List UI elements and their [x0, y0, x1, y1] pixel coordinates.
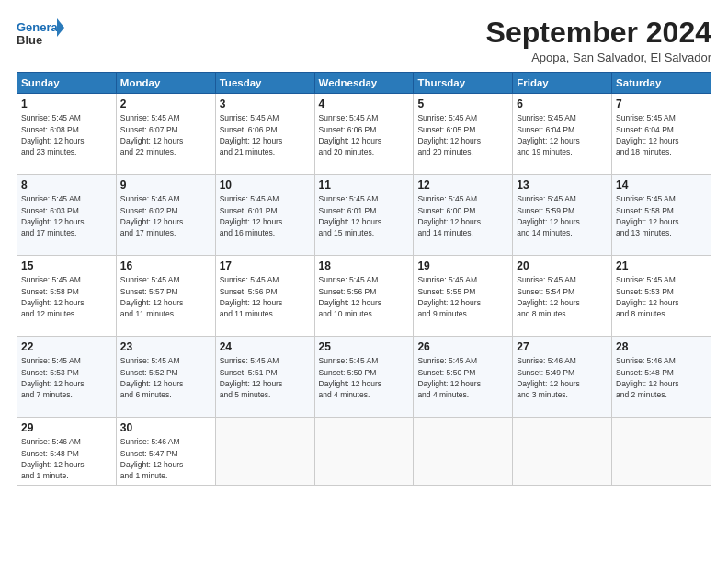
table-row: 23Sunrise: 5:45 AM Sunset: 5:52 PM Dayli… — [116, 337, 215, 418]
col-friday: Friday — [513, 73, 612, 94]
table-row: 9Sunrise: 5:45 AM Sunset: 6:02 PM Daylig… — [116, 175, 215, 256]
day-info: Sunrise: 5:45 AM Sunset: 5:50 PM Dayligh… — [417, 355, 508, 400]
logo-icon: General Blue — [17, 17, 64, 53]
table-row: 8Sunrise: 5:45 AM Sunset: 6:03 PM Daylig… — [17, 175, 117, 256]
day-info: Sunrise: 5:45 AM Sunset: 5:54 PM Dayligh… — [517, 274, 608, 319]
day-info: Sunrise: 5:45 AM Sunset: 5:58 PM Dayligh… — [616, 193, 707, 238]
header-row: Sunday Monday Tuesday Wednesday Thursday… — [17, 73, 711, 94]
day-info: Sunrise: 5:45 AM Sunset: 6:06 PM Dayligh… — [319, 112, 410, 157]
day-info: Sunrise: 5:46 AM Sunset: 5:48 PM Dayligh… — [21, 436, 112, 481]
day-number: 12 — [417, 178, 508, 191]
day-number: 22 — [21, 340, 112, 353]
day-number: 9 — [120, 178, 211, 191]
day-number: 16 — [120, 259, 211, 272]
day-number: 8 — [21, 178, 112, 191]
header: General Blue September 2024 Apopa, San S… — [17, 17, 711, 64]
table-row: 28Sunrise: 5:46 AM Sunset: 5:48 PM Dayli… — [612, 337, 711, 418]
table-row: 24Sunrise: 5:45 AM Sunset: 5:51 PM Dayli… — [215, 337, 314, 418]
day-number: 17 — [220, 259, 311, 272]
table-row: 22Sunrise: 5:45 AM Sunset: 5:53 PM Dayli… — [17, 337, 117, 418]
table-row — [314, 418, 414, 486]
day-info: Sunrise: 5:45 AM Sunset: 6:02 PM Dayligh… — [120, 193, 211, 238]
table-row: 19Sunrise: 5:45 AM Sunset: 5:55 PM Dayli… — [414, 256, 513, 337]
col-monday: Monday — [116, 73, 215, 94]
day-number: 7 — [616, 98, 707, 110]
svg-text:General: General — [17, 20, 61, 34]
day-info: Sunrise: 5:45 AM Sunset: 5:57 PM Dayligh… — [120, 274, 211, 319]
day-info: Sunrise: 5:45 AM Sunset: 5:56 PM Dayligh… — [319, 274, 410, 319]
table-row: 17Sunrise: 5:45 AM Sunset: 5:56 PM Dayli… — [215, 256, 314, 337]
day-info: Sunrise: 5:45 AM Sunset: 6:08 PM Dayligh… — [21, 112, 112, 157]
day-info: Sunrise: 5:45 AM Sunset: 6:04 PM Dayligh… — [616, 112, 707, 157]
day-number: 24 — [220, 340, 311, 353]
day-info: Sunrise: 5:45 AM Sunset: 5:52 PM Dayligh… — [120, 355, 211, 400]
col-sunday: Sunday — [17, 73, 117, 94]
day-info: Sunrise: 5:46 AM Sunset: 5:47 PM Dayligh… — [120, 436, 211, 481]
table-row: 25Sunrise: 5:45 AM Sunset: 5:50 PM Dayli… — [314, 337, 414, 418]
col-thursday: Thursday — [414, 73, 513, 94]
day-number: 5 — [417, 98, 508, 110]
table-row: 18Sunrise: 5:45 AM Sunset: 5:56 PM Dayli… — [314, 256, 414, 337]
month-title: September 2024 — [486, 17, 711, 49]
col-tuesday: Tuesday — [215, 73, 314, 94]
day-info: Sunrise: 5:45 AM Sunset: 5:55 PM Dayligh… — [417, 274, 508, 319]
table-row: 11Sunrise: 5:45 AM Sunset: 6:01 PM Dayli… — [314, 175, 414, 256]
title-block: September 2024 Apopa, San Salvador, El S… — [486, 17, 711, 64]
day-number: 29 — [21, 421, 112, 434]
calendar-page: General Blue September 2024 Apopa, San S… — [0, 0, 728, 563]
table-row: 27Sunrise: 5:46 AM Sunset: 5:49 PM Dayli… — [513, 337, 612, 418]
day-info: Sunrise: 5:45 AM Sunset: 6:05 PM Dayligh… — [417, 112, 508, 157]
table-row: 13Sunrise: 5:45 AM Sunset: 5:59 PM Dayli… — [513, 175, 612, 256]
day-number: 6 — [517, 98, 608, 110]
location: Apopa, San Salvador, El Salvador — [486, 51, 711, 64]
day-number: 28 — [616, 340, 707, 353]
table-row: 4Sunrise: 5:45 AM Sunset: 6:06 PM Daylig… — [314, 94, 414, 175]
day-number: 19 — [417, 259, 508, 272]
table-row — [513, 418, 612, 486]
day-info: Sunrise: 5:45 AM Sunset: 5:50 PM Dayligh… — [319, 355, 410, 400]
table-row — [215, 418, 314, 486]
day-number: 2 — [120, 98, 211, 110]
day-number: 3 — [220, 98, 311, 110]
day-info: Sunrise: 5:45 AM Sunset: 6:03 PM Dayligh… — [21, 193, 112, 238]
col-saturday: Saturday — [612, 73, 711, 94]
day-number: 21 — [616, 259, 707, 272]
table-row: 3Sunrise: 5:45 AM Sunset: 6:06 PM Daylig… — [215, 94, 314, 175]
day-info: Sunrise: 5:45 AM Sunset: 6:01 PM Dayligh… — [319, 193, 410, 238]
day-number: 14 — [616, 178, 707, 191]
day-info: Sunrise: 5:46 AM Sunset: 5:49 PM Dayligh… — [517, 355, 608, 400]
day-number: 15 — [21, 259, 112, 272]
table-row: 20Sunrise: 5:45 AM Sunset: 5:54 PM Dayli… — [513, 256, 612, 337]
day-number: 23 — [120, 340, 211, 353]
day-info: Sunrise: 5:45 AM Sunset: 6:00 PM Dayligh… — [417, 193, 508, 238]
table-row: 21Sunrise: 5:45 AM Sunset: 5:53 PM Dayli… — [612, 256, 711, 337]
table-row: 16Sunrise: 5:45 AM Sunset: 5:57 PM Dayli… — [116, 256, 215, 337]
day-number: 26 — [417, 340, 508, 353]
table-row — [612, 418, 711, 486]
table-row: 10Sunrise: 5:45 AM Sunset: 6:01 PM Dayli… — [215, 175, 314, 256]
day-info: Sunrise: 5:45 AM Sunset: 5:58 PM Dayligh… — [21, 274, 112, 319]
day-number: 13 — [517, 178, 608, 191]
day-number: 4 — [319, 98, 410, 110]
day-info: Sunrise: 5:45 AM Sunset: 5:51 PM Dayligh… — [220, 355, 311, 400]
svg-text:Blue: Blue — [17, 33, 42, 47]
day-info: Sunrise: 5:45 AM Sunset: 6:04 PM Dayligh… — [517, 112, 608, 157]
day-number: 27 — [517, 340, 608, 353]
table-row: 30Sunrise: 5:46 AM Sunset: 5:47 PM Dayli… — [116, 418, 215, 486]
day-info: Sunrise: 5:45 AM Sunset: 5:53 PM Dayligh… — [21, 355, 112, 400]
table-row: 7Sunrise: 5:45 AM Sunset: 6:04 PM Daylig… — [612, 94, 711, 175]
day-number: 1 — [21, 98, 112, 110]
day-number: 20 — [517, 259, 608, 272]
day-number: 25 — [319, 340, 410, 353]
day-info: Sunrise: 5:45 AM Sunset: 5:53 PM Dayligh… — [616, 274, 707, 319]
table-row: 14Sunrise: 5:45 AM Sunset: 5:58 PM Dayli… — [612, 175, 711, 256]
table-row: 2Sunrise: 5:45 AM Sunset: 6:07 PM Daylig… — [116, 94, 215, 175]
logo: General Blue — [17, 17, 64, 53]
day-info: Sunrise: 5:45 AM Sunset: 5:56 PM Dayligh… — [220, 274, 311, 319]
table-row: 26Sunrise: 5:45 AM Sunset: 5:50 PM Dayli… — [414, 337, 513, 418]
table-row: 1Sunrise: 5:45 AM Sunset: 6:08 PM Daylig… — [17, 94, 117, 175]
col-wednesday: Wednesday — [314, 73, 414, 94]
day-info: Sunrise: 5:45 AM Sunset: 5:59 PM Dayligh… — [517, 193, 608, 238]
table-row: 5Sunrise: 5:45 AM Sunset: 6:05 PM Daylig… — [414, 94, 513, 175]
table-row: 6Sunrise: 5:45 AM Sunset: 6:04 PM Daylig… — [513, 94, 612, 175]
